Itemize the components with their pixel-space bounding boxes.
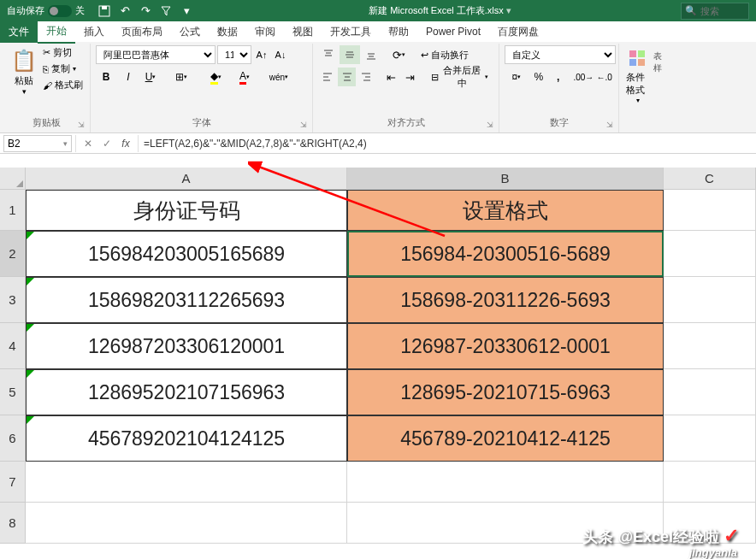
cell-c2[interactable] xyxy=(664,231,756,277)
search-input[interactable] xyxy=(700,6,743,16)
row-header[interactable]: 2 xyxy=(0,231,26,277)
italic-button[interactable]: I xyxy=(118,68,139,86)
cell-b7[interactable] xyxy=(347,462,664,503)
name-box[interactable]: B2 ▾ xyxy=(3,135,72,152)
font-name-select[interactable]: 阿里巴巴普惠体 xyxy=(96,45,216,64)
copy-icon: ⎘ xyxy=(43,64,49,74)
comma-button[interactable]: , xyxy=(549,68,567,86)
conditional-format-button[interactable]: 条件格式 ▾ xyxy=(624,45,652,106)
cell-a4[interactable]: 126987203306120001 xyxy=(26,323,347,369)
qat-dropdown-icon[interactable]: ▾ xyxy=(177,2,196,21)
decrease-font-button[interactable]: A↓ xyxy=(272,45,289,64)
cell-a1[interactable]: 身份证号码 xyxy=(26,190,347,231)
cell-b2[interactable]: 156984-20300516-5689 xyxy=(347,231,664,277)
confirm-formula-button[interactable]: ✓ xyxy=(98,135,115,152)
tab-formulas[interactable]: 公式 xyxy=(171,21,209,43)
tab-insert[interactable]: 插入 xyxy=(75,21,113,43)
column-header-a[interactable]: A xyxy=(26,168,347,190)
tab-layout[interactable]: 页面布局 xyxy=(113,21,171,43)
formula-input[interactable] xyxy=(139,135,756,152)
tab-data[interactable]: 数据 xyxy=(209,21,246,43)
svg-rect-23 xyxy=(638,59,645,66)
name-box-dropdown-icon[interactable]: ▾ xyxy=(63,139,68,148)
tab-review[interactable]: 审阅 xyxy=(246,21,284,43)
cell-b4[interactable]: 126987-20330612-0001 xyxy=(347,323,664,369)
cell-c4[interactable] xyxy=(664,323,756,369)
cell-b5[interactable]: 128695-20210715-6963 xyxy=(347,369,664,415)
decrease-decimal-button[interactable]: ←.0 xyxy=(595,68,613,86)
cell-c7[interactable] xyxy=(664,462,756,503)
percent-button[interactable]: % xyxy=(530,68,548,86)
cell-a8[interactable] xyxy=(26,503,347,544)
number-format-select[interactable]: 自定义 xyxy=(505,45,616,64)
undo-icon[interactable]: ↶ xyxy=(115,2,134,21)
cell-a6[interactable]: 456789202104124125 xyxy=(26,415,347,462)
tab-home[interactable]: 开始 xyxy=(38,21,75,44)
font-launcher-icon[interactable]: ⇲ xyxy=(300,121,307,129)
column-header-c[interactable]: C xyxy=(664,168,756,190)
font-color-button[interactable]: A▾ xyxy=(231,68,258,86)
align-middle-button[interactable] xyxy=(340,45,360,64)
fill-color-button[interactable]: ◆▾ xyxy=(202,68,229,86)
tab-developer[interactable]: 开发工具 xyxy=(322,21,380,43)
cell-c5[interactable] xyxy=(664,369,756,415)
cut-button[interactable]: ✂剪切 xyxy=(41,45,85,60)
increase-font-button[interactable]: A↑ xyxy=(253,45,270,64)
save-icon[interactable] xyxy=(95,2,114,21)
tab-file[interactable]: 文件 xyxy=(0,21,38,43)
clipboard-launcher-icon[interactable]: ⇲ xyxy=(78,121,85,129)
decrease-indent-button[interactable]: ⇤ xyxy=(381,68,400,86)
cell-b1[interactable]: 设置格式 xyxy=(347,190,664,231)
alignment-launcher-icon[interactable]: ⇲ xyxy=(487,121,493,129)
cell-a7[interactable] xyxy=(26,462,347,503)
align-bottom-button[interactable] xyxy=(361,45,381,64)
row-header[interactable]: 8 xyxy=(0,503,26,544)
row-header[interactable]: 5 xyxy=(0,369,26,415)
format-painter-button[interactable]: 🖌格式刷 xyxy=(41,78,85,92)
paste-button[interactable]: 📋 粘贴 ▾ xyxy=(9,45,39,97)
align-left-button[interactable] xyxy=(318,68,337,86)
column-header-b[interactable]: B xyxy=(347,168,664,190)
bold-button[interactable]: B xyxy=(96,68,116,86)
accounting-format-button[interactable]: ¤▾ xyxy=(505,68,529,86)
cell-b6[interactable]: 456789-20210412-4125 xyxy=(347,415,664,462)
cell-a5[interactable]: 128695202107156963 xyxy=(26,369,347,415)
tab-help[interactable]: 帮助 xyxy=(380,21,417,43)
cell-c1[interactable] xyxy=(664,190,756,231)
underline-button[interactable]: U▾ xyxy=(140,68,161,86)
tab-baidu[interactable]: 百度网盘 xyxy=(489,21,547,43)
align-right-button[interactable] xyxy=(357,68,375,86)
cell-c6[interactable] xyxy=(664,415,756,462)
row-header[interactable]: 7 xyxy=(0,462,26,503)
wrap-text-button[interactable]: ↩自动换行 xyxy=(416,45,474,64)
filter-icon[interactable] xyxy=(157,2,175,21)
align-center-button[interactable] xyxy=(338,68,357,86)
redo-icon[interactable]: ↷ xyxy=(136,2,155,21)
font-size-select[interactable]: 11 xyxy=(217,45,251,64)
align-top-button[interactable] xyxy=(318,45,339,64)
insert-function-button[interactable]: fx xyxy=(117,135,134,152)
autosave-toggle[interactable]: 自动保存 关 xyxy=(0,4,92,17)
merge-button[interactable]: ⊟合并后居中▾ xyxy=(426,68,493,86)
cancel-formula-button[interactable]: ✕ xyxy=(80,135,97,152)
cell-b3[interactable]: 158698-20311226-5693 xyxy=(347,277,664,323)
search-box[interactable]: 🔍 xyxy=(681,3,749,20)
number-launcher-icon[interactable]: ⇲ xyxy=(606,121,613,129)
row-header[interactable]: 6 xyxy=(0,415,26,462)
phonetic-button[interactable]: wén▾ xyxy=(265,68,292,86)
cell-a2[interactable]: 156984203005165689 xyxy=(26,231,347,277)
tab-powerpivot[interactable]: Power Pivot xyxy=(417,22,489,41)
row-header[interactable]: 4 xyxy=(0,323,26,369)
row-header[interactable]: 3 xyxy=(0,277,26,323)
cell-a3[interactable]: 158698203112265693 xyxy=(26,277,347,323)
increase-decimal-button[interactable]: .00→ xyxy=(573,68,594,86)
copy-button[interactable]: ⎘复制▾ xyxy=(41,62,85,76)
tab-view[interactable]: 视图 xyxy=(284,21,322,43)
row-header[interactable]: 1 xyxy=(0,190,26,231)
select-all-corner[interactable] xyxy=(0,168,26,190)
cell-c3[interactable] xyxy=(664,277,756,323)
orientation-button[interactable]: ⟳▾ xyxy=(388,45,409,64)
increase-indent-button[interactable]: ⇥ xyxy=(401,68,420,86)
border-icon: ⊞ xyxy=(175,71,184,83)
border-button[interactable]: ⊞▾ xyxy=(168,68,195,86)
